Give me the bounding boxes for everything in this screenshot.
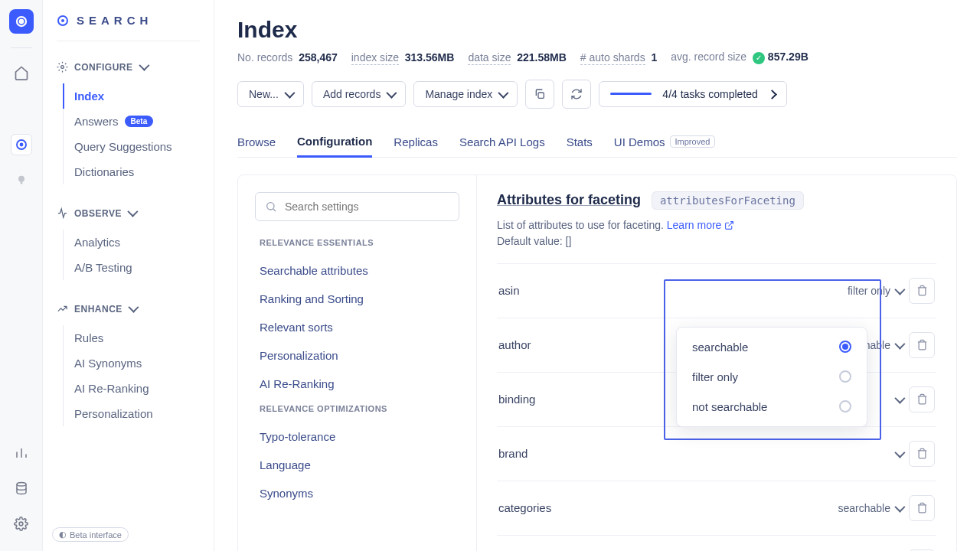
- delete-icon[interactable]: [909, 386, 935, 412]
- main-content: Index No. records 258,467 index size 313…: [214, 0, 980, 551]
- toolbar: New... Add records Manage index 4/4 task…: [237, 80, 957, 109]
- learn-more-link[interactable]: Learn more: [667, 219, 734, 231]
- app-rail: [0, 0, 43, 551]
- refresh-icon[interactable]: [562, 80, 591, 109]
- svg-rect-5: [20, 182, 22, 184]
- search-icon: [265, 201, 277, 213]
- chevron-down-icon: [285, 88, 292, 100]
- tasks-status[interactable]: 4/4 tasks completed: [599, 81, 787, 107]
- facet-mode-select[interactable]: filter only: [848, 285, 903, 297]
- svg-point-3: [20, 144, 22, 146]
- facet-title: Attributes for faceting: [497, 192, 641, 208]
- facet-attr-name: author: [498, 338, 531, 351]
- tab[interactable]: Replicas: [394, 127, 438, 157]
- chevron-down-icon: [139, 62, 147, 73]
- tabs: BrowseConfigurationReplicasSearch API Lo…: [237, 127, 957, 158]
- delete-icon[interactable]: [909, 278, 935, 304]
- svg-point-12: [267, 202, 274, 209]
- home-icon[interactable]: [11, 62, 32, 83]
- nav-item[interactable]: Analytics: [64, 230, 214, 255]
- chevron-down-icon: [895, 339, 903, 351]
- delete-icon[interactable]: [909, 441, 935, 467]
- search-settings-input[interactable]: [285, 201, 449, 213]
- facet-attr-name: categories: [498, 501, 551, 514]
- svg-point-10: [61, 66, 64, 69]
- svg-rect-11: [538, 93, 544, 98]
- dropdown-option[interactable]: not searchable: [681, 392, 862, 422]
- tab[interactable]: Search API Logs: [459, 127, 545, 157]
- nav-item[interactable]: AnswersBeta: [64, 109, 214, 134]
- dropdown-option[interactable]: searchable: [681, 332, 862, 362]
- settings-item[interactable]: Ranking and Sorting: [255, 285, 459, 313]
- settings-item[interactable]: Language: [255, 451, 459, 479]
- nav-item[interactable]: Query Suggestions: [64, 134, 214, 159]
- suggest-icon[interactable]: [11, 169, 32, 191]
- tab[interactable]: Browse: [237, 127, 276, 157]
- svg-point-6: [17, 483, 26, 487]
- nav-item[interactable]: Personalization: [64, 401, 214, 426]
- settings-item[interactable]: Searchable attributes: [255, 256, 459, 285]
- facet-code: attributesForFaceting: [652, 191, 804, 210]
- product-brand: SEARCH: [43, 14, 214, 41]
- settings-item[interactable]: AI Re-Ranking: [255, 370, 459, 398]
- delete-icon[interactable]: [909, 495, 935, 521]
- nav-item[interactable]: Rules: [64, 325, 214, 350]
- svg-point-4: [18, 176, 24, 182]
- radio-icon: [839, 341, 851, 353]
- chevron-down-icon: [895, 285, 903, 297]
- add-records-button[interactable]: Add records: [312, 81, 406, 107]
- chevron-down-icon: [895, 393, 903, 406]
- section-observe[interactable]: OBSERVE: [43, 201, 214, 225]
- beta-badge: Beta: [125, 116, 154, 127]
- page-title: Index: [237, 17, 957, 43]
- settings-item[interactable]: Synonyms: [255, 479, 459, 507]
- search-settings[interactable]: [255, 192, 459, 221]
- tab[interactable]: Configuration: [297, 127, 372, 158]
- delete-icon[interactable]: [909, 332, 935, 358]
- chevron-right-icon: [769, 88, 776, 100]
- svg-point-7: [19, 522, 23, 526]
- settings-item[interactable]: Relevant sorts: [255, 313, 459, 341]
- manage-index-button[interactable]: Manage index: [413, 81, 518, 107]
- facet-mode-select[interactable]: searchable: [838, 502, 903, 514]
- mode-dropdown: searchablefilter onlynot searchable: [676, 327, 867, 427]
- chevron-down-icon: [387, 88, 394, 100]
- nav-item[interactable]: AI Re-Ranking: [64, 376, 214, 401]
- svg-point-1: [19, 20, 23, 24]
- nav-item[interactable]: Index: [63, 83, 214, 109]
- database-icon[interactable]: [11, 478, 32, 499]
- settings-item[interactable]: Personalization: [255, 341, 459, 370]
- settings-icon[interactable]: [11, 513, 32, 534]
- settings-sidebar: RELEVANCE ESSENTIALSSearchable attribute…: [238, 175, 477, 552]
- dropdown-option[interactable]: filter only: [681, 362, 862, 392]
- radio-icon: [839, 400, 851, 412]
- app-logo[interactable]: [9, 9, 34, 34]
- copy-icon[interactable]: [525, 80, 554, 109]
- facet-attr-name: brand: [498, 447, 528, 460]
- facet-mode-select[interactable]: [890, 393, 903, 406]
- section-configure[interactable]: CONFIGURE: [43, 55, 214, 79]
- facet-mode-select[interactable]: [890, 448, 903, 460]
- nav-item[interactable]: A/B Testing: [64, 255, 214, 280]
- search-product-icon[interactable]: [11, 134, 32, 155]
- config-panel: RELEVANCE ESSENTIALSSearchable attribute…: [237, 174, 957, 552]
- facet-row: categoriessearchable: [497, 481, 936, 536]
- svg-point-9: [61, 19, 64, 22]
- settings-item[interactable]: Typo-tolerance: [255, 422, 459, 451]
- facet-row: brand: [497, 427, 936, 481]
- new-button[interactable]: New...: [237, 81, 304, 107]
- facet-panel: Attributes for faceting attributesForFac…: [477, 175, 956, 552]
- nav-item[interactable]: Dictionaries: [64, 159, 214, 184]
- tab[interactable]: UI DemosImproved: [614, 127, 716, 157]
- facet-row: colornot searchable: [497, 536, 936, 552]
- facet-attr-name: binding: [498, 393, 535, 406]
- section-enhance[interactable]: ENHANCE: [43, 297, 214, 321]
- facet-description: List of attributes to use for faceting. …: [497, 217, 936, 249]
- chevron-down-icon: [129, 304, 136, 315]
- analytics-icon[interactable]: [11, 442, 32, 464]
- beta-interface-badge[interactable]: ◐ Beta interface: [52, 527, 129, 542]
- nav-item[interactable]: AI Synonyms: [64, 350, 214, 376]
- chevron-down-icon: [895, 502, 903, 514]
- chevron-down-icon: [128, 208, 136, 219]
- tab[interactable]: Stats: [567, 127, 593, 157]
